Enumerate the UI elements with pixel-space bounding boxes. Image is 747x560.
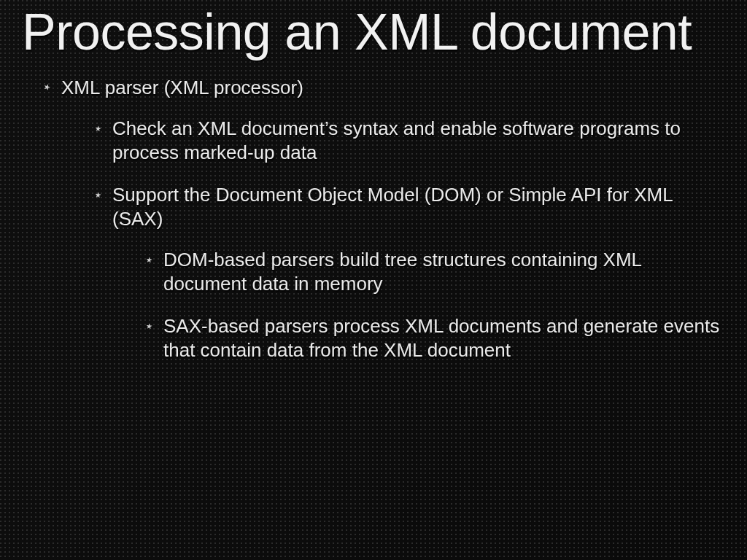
list-item-text: XML parser (XML processor) [61,77,303,98]
slide-title: Processing an XML document [22,6,725,60]
list-item: DOM-based parsers build tree structures … [146,248,725,295]
list-item-text: Check an XML document’s syntax and enabl… [112,117,681,163]
list-item-text: Support the Document Object Model (DOM) … [112,184,673,230]
list-item: Support the Document Object Model (DOM) … [95,183,725,362]
star-bullet-icon [95,125,101,131]
bullet-list-level-2: Check an XML document’s syntax and enabl… [61,117,725,362]
list-item: SAX-based parsers process XML documents … [146,314,725,362]
star-bullet-icon [146,256,152,262]
star-bullet-icon [43,83,51,91]
list-item: Check an XML document’s syntax and enabl… [95,117,725,164]
list-item: XML parser (XML processor) Check an XML … [44,76,725,362]
list-item-text: SAX-based parsers process XML documents … [163,315,719,361]
list-item-text: DOM-based parsers build tree structures … [163,249,641,295]
star-bullet-icon [95,191,101,198]
bullet-list-level-1: XML parser (XML processor) Check an XML … [22,76,725,362]
star-bullet-icon [146,322,152,329]
bullet-list-level-3: DOM-based parsers build tree structures … [112,248,725,362]
